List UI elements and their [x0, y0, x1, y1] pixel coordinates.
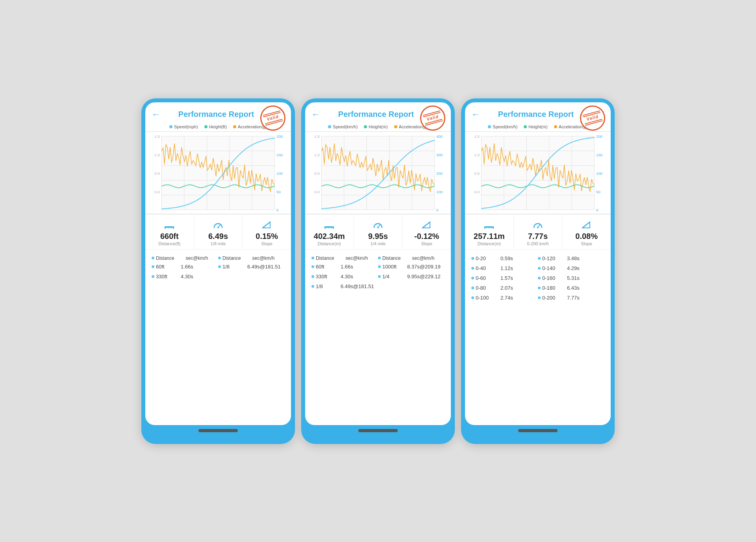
stat-cell: 7.77s 0-200 km/h — [514, 215, 563, 249]
valid-stamp: Valid — [420, 105, 445, 131]
table-cell: 1/4 9.95s@229.12 — [378, 274, 445, 279]
phone-screen-1: ← Performance Report Valid Speed(km/h) H… — [305, 102, 451, 425]
svg-text:0: 0 — [276, 208, 279, 212]
table-cell: 60ft 1.66s — [311, 264, 378, 270]
table-row: 330ft 4.30s — [152, 272, 285, 281]
phone-home-bar — [518, 429, 558, 432]
svg-line-31 — [263, 222, 270, 228]
svg-text:0.0: 0.0 — [154, 189, 160, 194]
table-row: 330ft 4.30s 1/4 9.95s@229.12 — [311, 272, 445, 281]
svg-text:1.0: 1.0 — [314, 153, 320, 157]
svg-text:50: 50 — [276, 189, 281, 194]
svg-rect-90 — [484, 226, 494, 228]
stat-value: 7.77s — [528, 232, 548, 240]
table-header-row: Distance sec@km/h Distance sec@km/h — [311, 253, 445, 262]
table-cell: 60ft 1.66s — [152, 264, 218, 270]
stat-icon-speed — [213, 219, 224, 230]
svg-line-65 — [422, 222, 430, 228]
table-cell: 1000ft 8.37s@209.19 — [378, 264, 445, 270]
table-row: 0-100 2.74s 0-200 7.77s — [471, 293, 604, 303]
back-button[interactable]: ← — [471, 109, 480, 120]
stat-label: Slope — [581, 241, 592, 246]
phone-home-bar — [358, 429, 398, 432]
stat-value: 0.08% — [575, 232, 598, 240]
table-cell: 1/8 6.49s@181.51 — [218, 264, 285, 270]
table-cell: 0-200 7.77s — [538, 295, 604, 301]
col-dot — [311, 257, 314, 259]
page-title: Performance Report — [483, 110, 589, 119]
back-button[interactable]: ← — [311, 109, 320, 120]
table-cell: 330ft 4.30s — [311, 274, 378, 279]
svg-rect-0 — [161, 136, 274, 209]
screen-header: ← Performance Report Valid — [305, 102, 451, 123]
table-cell: 0-160 5.31s — [538, 275, 604, 281]
stat-icon-slope — [421, 219, 432, 230]
col-dot — [152, 257, 154, 259]
phone-screen-2: ← Performance Report Valid Speed(km/h) H… — [465, 102, 611, 425]
table-cell: 0-100 2.74s — [471, 295, 538, 301]
stat-value: 6.49s — [208, 232, 228, 240]
table-row: 0-40 1.12s 0-140 4.29s — [471, 263, 604, 273]
stat-value: 0.15% — [256, 232, 278, 240]
svg-text:100: 100 — [276, 171, 283, 175]
phone-1: ← Performance Report Valid Speed(km/h) H… — [301, 98, 455, 444]
stat-label: Distance(ft) — [158, 241, 180, 246]
stat-icon-speed — [532, 219, 543, 230]
legend-item: Speed(km/h) — [488, 124, 517, 129]
svg-rect-57 — [324, 226, 326, 229]
page-title: Performance Report — [323, 110, 429, 119]
svg-rect-27 — [170, 227, 170, 228]
chart-area: 1.51.00.50.0 4003002001000 — [305, 131, 451, 214]
legend-item: Height(m) — [364, 124, 387, 129]
stat-icon-slope — [261, 219, 272, 230]
svg-rect-26 — [168, 227, 169, 228]
stat-label: Slope — [421, 241, 432, 246]
stat-label: 1/8 mile — [211, 241, 226, 246]
stat-label: Distance(m) — [478, 241, 501, 246]
col-dot — [378, 257, 381, 259]
table-row: 0-20 0.59s 0-120 3.48s — [471, 253, 604, 263]
svg-text:1.5: 1.5 — [474, 134, 480, 139]
table-row: 0-80 2.07s 0-180 6.43s — [471, 283, 604, 293]
stat-icon-distance — [164, 219, 175, 230]
svg-text:400: 400 — [436, 134, 443, 139]
stat-cell: 257.11m Distance(m) — [465, 215, 514, 249]
svg-text:1.0: 1.0 — [154, 153, 160, 157]
svg-rect-94 — [488, 227, 489, 228]
phone-home-bar — [198, 429, 238, 432]
svg-text:100: 100 — [596, 171, 603, 175]
stat-cell: -0.12% Slope — [402, 215, 451, 249]
page-title: Performance Report — [163, 110, 269, 119]
svg-text:0.0: 0.0 — [314, 189, 320, 194]
stat-icon-distance — [324, 219, 335, 230]
stat-value: 660ft — [160, 232, 179, 240]
stat-cell: 6.49s 1/8 mile — [194, 215, 243, 249]
data-table: Distance sec@km/h Distance sec@km/h 60ft… — [145, 250, 291, 285]
stat-cell: 402.34m Distance(m) — [305, 215, 354, 249]
svg-rect-91 — [484, 226, 485, 229]
svg-text:50: 50 — [596, 189, 600, 194]
stats-row: 402.34m Distance(m) 9.95s 1/4 mile -0.12… — [305, 214, 451, 250]
svg-text:100: 100 — [436, 189, 443, 194]
screen-header: ← Performance Report Valid — [465, 102, 611, 123]
svg-text:0.5: 0.5 — [474, 171, 480, 175]
svg-text:1.5: 1.5 — [314, 134, 320, 139]
table-cell: 330ft 4.30s — [152, 274, 218, 279]
table-cell: 1/8 6.49s@181.51 — [311, 283, 378, 289]
data-table: 0-20 0.59s 0-120 3.48s 0-40 1.12s 0-140 … — [465, 250, 611, 307]
stat-label: Distance(m) — [318, 241, 341, 246]
table-row: 60ft 1.66s 1/8 6.49s@181.51 — [152, 262, 285, 272]
stat-label: Slope — [261, 241, 272, 246]
data-table: Distance sec@km/h Distance sec@km/h 60ft… — [305, 250, 451, 295]
stat-label: 1/4 mile — [371, 241, 386, 246]
svg-rect-92 — [493, 226, 494, 229]
svg-text:1.5: 1.5 — [154, 134, 160, 139]
chart-area: 1.51.00.50.0 200150100500 — [145, 131, 291, 214]
svg-text:0: 0 — [596, 208, 598, 212]
svg-rect-23 — [165, 226, 166, 229]
valid-stamp: Valid — [260, 105, 285, 131]
svg-point-64 — [377, 227, 379, 228]
phone-screen-0: ← Performance Report Valid Speed(mph) He… — [145, 102, 291, 425]
back-button[interactable]: ← — [152, 109, 160, 120]
svg-text:0.5: 0.5 — [154, 171, 160, 175]
